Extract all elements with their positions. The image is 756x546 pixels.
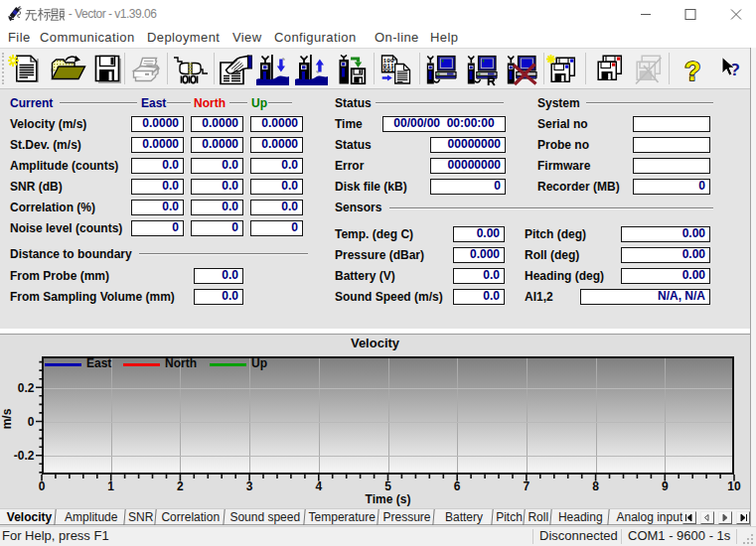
svg-text:?: ? [684,57,701,86]
svg-text:?: ? [730,61,740,79]
svg-text:001: 001 [383,67,394,73]
